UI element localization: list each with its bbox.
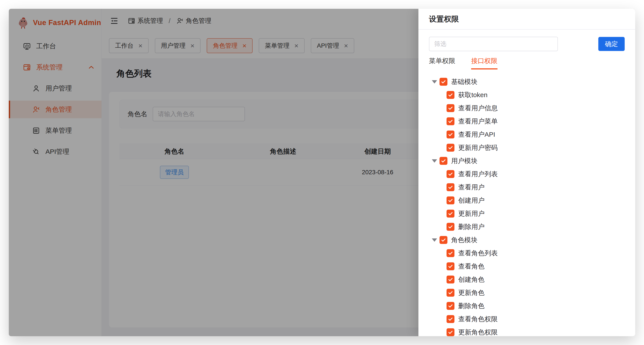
tree-node-child[interactable]: 查看用户 (446, 181, 625, 194)
checkbox-checked-icon[interactable] (446, 302, 454, 310)
tree-node-label: 删除角色 (458, 301, 484, 310)
checkbox-checked-icon[interactable] (446, 144, 454, 152)
tree-node-label: 创建用户 (458, 196, 484, 205)
tree-node-child[interactable]: 查看用户菜单 (446, 115, 625, 128)
set-permissions-drawer: 设置权限 确定 菜单权限 接口权限 基础模块 获取token (418, 9, 635, 336)
checkbox-checked-icon[interactable] (446, 104, 454, 112)
tree-node-label: 查看用户信息 (458, 104, 498, 113)
checkbox-checked-icon[interactable] (440, 78, 448, 86)
tree-node-child[interactable]: 更新用户密码 (446, 141, 625, 154)
tree-node-label: 删除用户 (458, 222, 484, 231)
checkbox-checked-icon[interactable] (440, 157, 448, 165)
tree-node-parent[interactable]: 用户模块 (432, 154, 625, 167)
tree-node-label: 角色模块 (451, 236, 478, 245)
checkbox-checked-icon[interactable] (446, 223, 454, 231)
tree-node-label: 查看角色 (458, 262, 484, 271)
checkbox-checked-icon[interactable] (446, 262, 454, 270)
app-window: Vue FastAPI Admin 工作台 系统管理 用户管理 角色管理 (9, 9, 635, 336)
tree-node-label: 更新用户密码 (458, 143, 498, 152)
tree-node-child[interactable]: 查看用户信息 (446, 102, 625, 115)
checkbox-checked-icon[interactable] (446, 117, 454, 125)
drawer-title: 设置权限 (418, 9, 635, 30)
tree-node-parent[interactable]: 角色模块 (432, 233, 625, 247)
tree-node-label: 查看用户API (458, 130, 495, 139)
checkbox-checked-icon[interactable] (446, 289, 454, 297)
tree-node-label: 更新角色 (458, 288, 484, 297)
checkbox-checked-icon[interactable] (446, 170, 454, 178)
tree-node-label: 查看角色列表 (458, 249, 498, 258)
tree-node-child[interactable]: 查看用户API (446, 128, 625, 141)
tree-node-label: 创建角色 (458, 275, 484, 284)
checkbox-checked-icon[interactable] (446, 249, 454, 257)
drawer-body: 确定 菜单权限 接口权限 基础模块 获取token 查 (418, 30, 635, 336)
tree-node-label: 查看用户菜单 (458, 117, 498, 126)
tree-node-label: 查看角色权限 (458, 315, 498, 324)
confirm-button[interactable]: 确定 (598, 37, 625, 51)
checkbox-checked-icon[interactable] (446, 315, 454, 323)
tree-node-child[interactable]: 删除角色 (446, 299, 625, 312)
tree-node-child[interactable]: 查看用户列表 (446, 167, 625, 181)
filter-input[interactable] (429, 37, 558, 51)
checkbox-checked-icon[interactable] (446, 210, 454, 218)
checkbox-checked-icon[interactable] (446, 196, 454, 204)
tree-node-child[interactable]: 创建角色 (446, 273, 625, 286)
tree-node-label: 查看用户列表 (458, 170, 498, 179)
checkbox-checked-icon[interactable] (446, 183, 454, 191)
filter-row: 确定 (429, 37, 625, 51)
caret-down-icon[interactable] (432, 238, 437, 242)
tree-node-child[interactable]: 更新角色权限 (446, 326, 625, 336)
caret-down-icon[interactable] (432, 80, 437, 84)
tree-node-label: 获取token (458, 91, 488, 100)
tree-node-label: 更新角色权限 (458, 328, 498, 336)
checkbox-checked-icon[interactable] (446, 275, 454, 283)
caret-down-icon[interactable] (432, 159, 437, 163)
tree-node-child[interactable]: 查看角色权限 (446, 312, 625, 326)
tree-node-child[interactable]: 更新角色 (446, 286, 625, 299)
tree-node-label: 查看用户 (458, 183, 484, 192)
checkbox-checked-icon[interactable] (446, 91, 454, 99)
tree-node-label: 基础模块 (451, 77, 478, 86)
permission-tree: 基础模块 获取token 查看用户信息 查看用户菜单 查看用户API (429, 75, 625, 336)
checkbox-checked-icon[interactable] (446, 131, 454, 138)
tab-api-permissions[interactable]: 接口权限 (471, 57, 498, 70)
tree-node-label: 更新用户 (458, 209, 484, 218)
tree-node-child[interactable]: 删除用户 (446, 220, 625, 233)
permission-tabs: 菜单权限 接口权限 (429, 57, 625, 70)
tree-node-label: 用户模块 (451, 156, 478, 165)
tree-node-parent[interactable]: 基础模块 (432, 75, 625, 88)
checkbox-checked-icon[interactable] (440, 236, 448, 244)
tree-node-child[interactable]: 查看角色列表 (446, 247, 625, 260)
checkbox-checked-icon[interactable] (446, 328, 454, 336)
tree-node-child[interactable]: 创建用户 (446, 194, 625, 207)
tree-node-child[interactable]: 查看角色 (446, 260, 625, 273)
tree-node-child[interactable]: 更新用户 (446, 207, 625, 220)
tree-node-child[interactable]: 获取token (446, 88, 625, 102)
tab-menu-permissions[interactable]: 菜单权限 (429, 57, 455, 70)
